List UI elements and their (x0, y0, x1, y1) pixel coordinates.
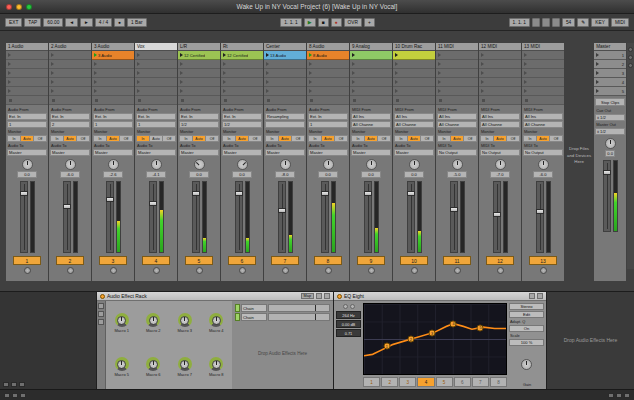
monitor-option[interactable]: In (179, 135, 193, 142)
track-activator[interactable]: 12 (486, 256, 514, 265)
io-from-select[interactable]: All Ins (523, 113, 563, 120)
clip-view-toggle-icon[interactable] (3, 382, 9, 387)
volume-fader[interactable] (192, 181, 200, 253)
eq-band-node[interactable]: 4 (450, 320, 457, 327)
monitor-option[interactable]: Off (464, 135, 477, 142)
volume-value[interactable]: -5.0 (447, 171, 467, 178)
track-activator[interactable]: 13 (529, 256, 557, 265)
io-from-select[interactable]: Ext. In (179, 113, 219, 120)
clip-stop-button[interactable] (522, 96, 564, 105)
fold-device-icon[interactable] (537, 293, 543, 299)
monitor-option[interactable]: Off (206, 135, 219, 142)
clip-slot-empty[interactable] (350, 78, 392, 87)
device-activator-icon[interactable] (337, 294, 342, 299)
master-out-select[interactable]: ii 1/2 (595, 128, 625, 135)
io-to-select[interactable]: No Output (480, 149, 520, 156)
track-activator[interactable]: 9 (357, 256, 385, 265)
clip-slot-empty[interactable] (436, 78, 478, 87)
track-title[interactable]: Rt (221, 43, 263, 51)
monitor-option[interactable]: Auto (322, 135, 335, 142)
chain-activator[interactable] (235, 313, 240, 321)
clip-slot-empty[interactable] (522, 51, 564, 60)
eq-mode-select[interactable]: Stereo (509, 303, 544, 310)
macro-knob[interactable] (146, 357, 160, 371)
io-to-select[interactable]: Master (7, 149, 47, 156)
chain-volume-slider[interactable] (268, 313, 330, 321)
arm-record-button[interactable] (411, 267, 418, 274)
io-channel-select[interactable]: All Channe (480, 121, 520, 128)
track-title[interactable]: 8 Audio (307, 43, 349, 51)
stop-button[interactable]: ■ (318, 18, 329, 27)
volume-value[interactable]: -4.1 (146, 171, 166, 178)
clip-slot-empty[interactable] (221, 87, 263, 96)
clip-slot-empty[interactable] (350, 60, 392, 69)
track-title[interactable]: Vox (135, 43, 177, 51)
monitor-option[interactable]: Off (507, 135, 520, 142)
metronome-toggle[interactable]: ● (114, 18, 125, 27)
volume-value[interactable]: 0.0 (361, 171, 381, 178)
volume-fader[interactable] (149, 181, 157, 253)
tap-tempo-button[interactable]: TAP (24, 18, 41, 27)
io-channel-select[interactable]: 2 (50, 121, 90, 128)
clip-stop-button[interactable] (178, 96, 220, 105)
macro-knob[interactable] (209, 313, 223, 327)
io-to-select[interactable]: No Output (437, 149, 477, 156)
clip-slot-empty[interactable] (436, 69, 478, 78)
eq-left-channel-icon[interactable] (343, 304, 348, 309)
clip-slot-empty[interactable] (49, 51, 91, 60)
fader-handle[interactable] (493, 212, 501, 217)
chain-name[interactable]: Chain (241, 304, 267, 312)
monitor-option[interactable]: Off (550, 135, 563, 142)
eq-right-channel-icon[interactable] (350, 304, 355, 309)
io-channel-select[interactable]: All Channe (523, 121, 563, 128)
track-activator[interactable]: 5 (185, 256, 213, 265)
draw-mode-button[interactable]: ✎ (577, 18, 589, 27)
clip-slot-empty[interactable] (221, 60, 263, 69)
io-channel-select[interactable]: All Channe (351, 121, 391, 128)
clip-slot-empty[interactable] (6, 78, 48, 87)
fader-handle[interactable] (278, 208, 286, 213)
track-activator[interactable]: 4 (142, 256, 170, 265)
fader-handle[interactable] (149, 201, 157, 206)
pan-knob[interactable] (194, 159, 205, 170)
clip-slot-empty[interactable] (522, 69, 564, 78)
pan-knob[interactable] (409, 159, 420, 170)
track-title[interactable]: 13 MIDI (522, 43, 564, 51)
clip-slot-empty[interactable] (49, 69, 91, 78)
arm-record-button[interactable] (325, 267, 332, 274)
fold-device-icon[interactable] (324, 293, 330, 299)
pan-knob[interactable] (538, 159, 549, 170)
macro-knob[interactable] (115, 313, 129, 327)
minimize-button[interactable] (16, 4, 22, 10)
clip-slot-empty[interactable] (436, 87, 478, 96)
output-gain-knob[interactable] (521, 359, 532, 370)
clip-slot-empty[interactable] (6, 87, 48, 96)
clip-slot-filled[interactable]: 12 Certified (221, 51, 263, 60)
ext-sync-button[interactable]: EXT (5, 18, 22, 27)
clip-slot-empty[interactable] (49, 60, 91, 69)
volume-fader[interactable] (278, 181, 286, 253)
clip-slot-empty[interactable] (393, 69, 435, 78)
io-to-select[interactable]: Master (351, 149, 391, 156)
monitor-option[interactable]: In (93, 135, 107, 142)
info-view-toggle-icon[interactable] (19, 382, 25, 387)
clip-stop-button[interactable] (350, 96, 392, 105)
io-to-select[interactable]: Master (265, 149, 305, 156)
track-title[interactable]: 9 Analog (350, 43, 392, 51)
punch-out-button[interactable] (552, 18, 560, 27)
clip-stop-button[interactable] (6, 96, 48, 105)
track-title[interactable]: 3 Audio (92, 43, 134, 51)
monitor-option[interactable]: In (7, 135, 21, 142)
pan-knob[interactable] (108, 159, 119, 170)
track-activator[interactable]: 1 (13, 256, 41, 265)
arm-record-button[interactable] (540, 267, 547, 274)
io-from-select[interactable]: Ext. In (50, 113, 90, 120)
io-to-select[interactable]: Master (308, 149, 348, 156)
clip-slot-empty[interactable] (479, 69, 521, 78)
hot-swap-icon[interactable] (316, 293, 322, 299)
eq-band-node[interactable]: 3 (429, 330, 436, 337)
clip-slot-filled[interactable]: 12 Certified (178, 51, 220, 60)
io-channel-select[interactable]: 1/2 (222, 121, 262, 128)
volume-value[interactable]: -6.0 (60, 171, 80, 178)
track-title[interactable]: 1 Audio (6, 43, 48, 51)
